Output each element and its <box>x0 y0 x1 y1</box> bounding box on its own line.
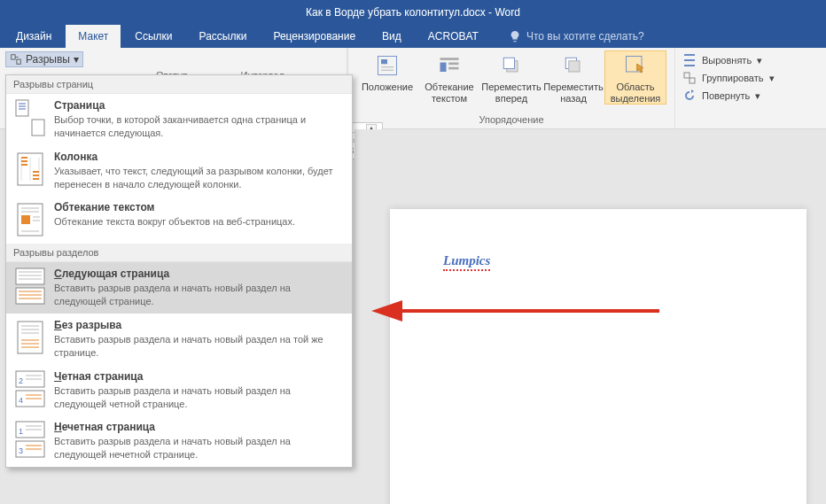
window-title: Как в Ворде убрать колонтитул.docx - Wor… <box>306 6 520 19</box>
wrap-text-label: Обтекание текстом <box>419 81 479 104</box>
break-column-desc: Указывает, что текст, следующий за разры… <box>54 165 343 191</box>
tab-acrobat[interactable]: ACROBAT <box>416 25 491 48</box>
send-backward-button[interactable]: Переместить назад <box>543 51 604 104</box>
breaks-label: Разрывы <box>26 53 70 66</box>
wrap-text-button[interactable]: Обтекание текстом <box>419 51 479 104</box>
break-continuous-desc: Вставить разрыв раздела и начать новый р… <box>54 333 343 360</box>
break-page-item[interactable]: СтраницаВыбор точки, в которой заканчива… <box>6 94 352 145</box>
svg-rect-19 <box>21 215 30 224</box>
svg-rect-0 <box>12 55 15 59</box>
svg-rect-11 <box>569 61 580 72</box>
break-continuous-title: Без разрыва <box>54 319 343 331</box>
position-button[interactable]: Положение <box>357 51 417 104</box>
arrange-group-label: Упорядочение <box>479 112 544 128</box>
selection-pane-label: Область выделения <box>605 81 666 104</box>
break-even-page-icon: 24 <box>15 370 45 407</box>
tell-me[interactable]: Что вы хотите сделать? <box>509 25 644 48</box>
selection-pane-button[interactable]: Область выделения <box>605 51 666 104</box>
svg-rect-15 <box>16 100 28 116</box>
break-odd-title: Нечетная страница <box>54 421 343 433</box>
break-odd-page-icon: 13 <box>15 421 45 458</box>
tell-me-label: Что вы хотите сделать? <box>526 30 644 43</box>
breaks-icon <box>10 53 22 66</box>
rotate-icon <box>682 89 697 103</box>
align-label: Выровнять <box>702 55 752 66</box>
break-page-icon <box>15 99 45 136</box>
svg-text:2: 2 <box>19 376 23 385</box>
break-textwrap-item[interactable]: Обтекание текстомОбтекание текста вокруг… <box>6 196 352 244</box>
svg-text:3: 3 <box>19 446 23 455</box>
rotate-button[interactable]: Повернуть▾ <box>682 89 775 103</box>
svg-rect-13 <box>684 73 690 78</box>
tab-review[interactable]: Рецензирование <box>261 25 368 48</box>
lightbulb-icon <box>509 30 521 43</box>
wrap-text-icon <box>435 51 464 80</box>
break-odd-page-item[interactable]: 13 Нечетная страницаВставить разрыв разд… <box>6 415 352 467</box>
tab-view[interactable]: Вид <box>370 25 414 48</box>
arrange-group: Положение Обтекание текстом Переместить … <box>348 48 674 128</box>
svg-rect-1 <box>17 59 20 64</box>
bring-forward-button[interactable]: Переместить вперед <box>481 51 542 104</box>
svg-text:1: 1 <box>19 427 23 436</box>
send-backward-icon <box>559 51 588 80</box>
svg-rect-20 <box>16 268 44 284</box>
align-group: Выровнять▾ Группировать▾ Повернуть▾ <box>675 48 782 128</box>
breaks-button[interactable]: Разрывы ▾ <box>5 51 83 67</box>
page[interactable]: Lumpics <box>390 209 807 504</box>
align-icon <box>682 53 697 67</box>
svg-rect-21 <box>16 288 44 304</box>
break-textwrap-title: Обтекание текстом <box>54 201 343 213</box>
break-next-page-title: Следующая страница <box>54 268 343 280</box>
svg-rect-9 <box>503 58 514 68</box>
break-next-page-item[interactable]: Следующая страницаВставить разрыв раздел… <box>6 262 352 314</box>
break-column-icon <box>15 151 45 188</box>
break-continuous-icon <box>15 319 45 356</box>
bring-forward-icon <box>497 51 526 80</box>
svg-rect-16 <box>32 120 44 136</box>
svg-rect-7 <box>448 67 458 70</box>
break-next-page-icon <box>15 268 45 305</box>
break-continuous-item[interactable]: Без разрываВставить разрыв раздела и нач… <box>6 314 352 365</box>
ribbon-tabs: Дизайн Макет Ссылки Рассылки Рецензирова… <box>0 25 826 48</box>
send-backward-label: Переместить назад <box>543 81 604 104</box>
svg-rect-4 <box>440 58 459 60</box>
chevron-down-icon: ▾ <box>755 90 760 102</box>
breaks-pages-header: Разрывы страниц <box>6 75 352 94</box>
break-textwrap-desc: Обтекание текста вокруг объектов на веб-… <box>54 215 343 229</box>
svg-rect-6 <box>448 63 458 66</box>
document-text[interactable]: Lumpics <box>443 253 490 271</box>
break-odd-desc: Вставить разрыв раздела и начать новый р… <box>54 435 343 461</box>
svg-rect-14 <box>690 78 695 83</box>
svg-rect-2 <box>378 57 397 75</box>
break-column-item[interactable]: КолонкаУказывает, что текст, следующий з… <box>6 145 352 197</box>
svg-text:4: 4 <box>19 396 23 405</box>
chevron-down-icon: ▾ <box>757 55 762 66</box>
bring-forward-label: Переместить вперед <box>481 81 542 104</box>
break-even-title: Четная страница <box>54 370 343 383</box>
position-label: Положение <box>362 81 413 93</box>
tab-references[interactable]: Ссылки <box>122 25 184 48</box>
breaks-sections-header: Разрывы разделов <box>6 244 352 262</box>
chevron-down-icon: ▾ <box>769 73 775 84</box>
group-label-text: Группировать <box>702 73 764 83</box>
rotate-label: Повернуть <box>702 90 750 101</box>
chevron-down-icon: ▾ <box>74 53 79 66</box>
tab-layout[interactable]: Макет <box>66 25 121 48</box>
tutorial-arrow <box>367 298 659 324</box>
group-icon <box>682 71 697 85</box>
svg-rect-5 <box>440 63 447 73</box>
breaks-dropdown: Разрывы страниц СтраницаВыбор точки, в к… <box>5 74 353 468</box>
align-button[interactable]: Выровнять▾ <box>682 53 775 67</box>
title-bar: Как в Ворде убрать колонтитул.docx - Wor… <box>0 0 826 25</box>
break-page-desc: Выбор точки, в которой заканчивается одн… <box>54 113 343 140</box>
break-column-title: Колонка <box>54 151 343 163</box>
group-button[interactable]: Группировать▾ <box>682 71 775 85</box>
break-even-page-item[interactable]: 24 Четная страницаВставить разрыв раздел… <box>6 365 352 416</box>
tab-design[interactable]: Дизайн <box>4 25 64 48</box>
svg-rect-3 <box>381 59 387 64</box>
break-page-title: Страница <box>54 99 343 112</box>
selection-pane-icon <box>621 51 650 80</box>
position-icon <box>373 51 401 80</box>
break-textwrap-icon <box>15 201 45 238</box>
tab-mailings[interactable]: Рассылки <box>187 25 260 48</box>
